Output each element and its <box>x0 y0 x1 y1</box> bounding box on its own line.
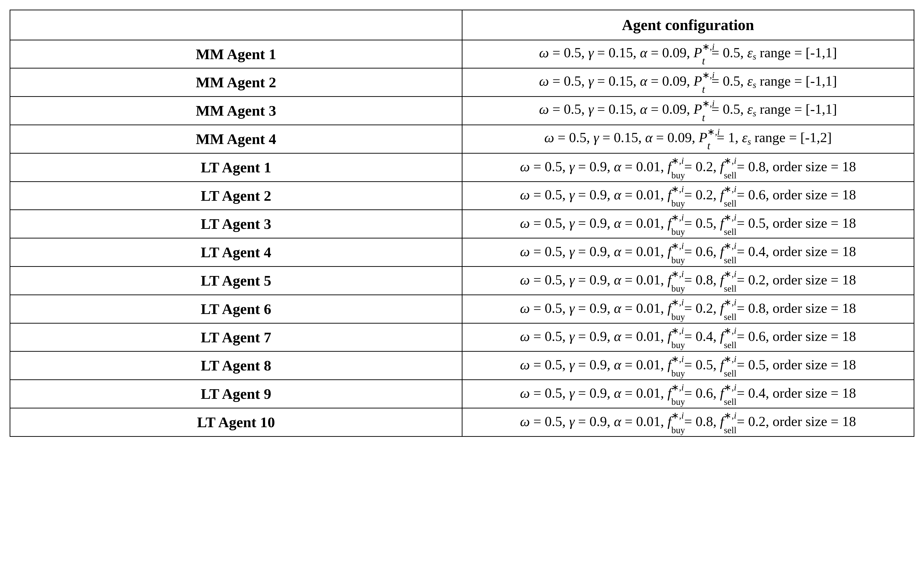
gamma-val: 0.9 <box>590 187 607 202</box>
agent-config: ω = 0.5, γ = 0.9, α = 0.01, f∗,ibuy = 0.… <box>462 323 914 351</box>
fbuy-val: 0.5 <box>696 357 713 372</box>
p-val: 0.5 <box>723 45 740 60</box>
table-row: MM Agent 2ω = 0.5, γ = 0.15, α = 0.09, P… <box>10 68 914 97</box>
eps-range-val: [-1,2] <box>800 130 832 145</box>
agent-label: MM Agent 3 <box>10 97 462 125</box>
fsell-val: 0.8 <box>748 159 766 174</box>
order-size-label: order size <box>773 385 827 401</box>
range-label: range <box>759 45 791 60</box>
alpha-val: 0.01 <box>636 187 661 202</box>
fsell-val: 0.5 <box>748 215 766 231</box>
omega-val: 0.5 <box>569 130 587 145</box>
agent-config-table: Agent configuration MM Agent 1ω = 0.5, γ… <box>10 10 914 437</box>
eps-range-val: [-1,1] <box>806 101 837 117</box>
table-row: LT Agent 8ω = 0.5, γ = 0.9, α = 0.01, f∗… <box>10 351 914 380</box>
p-val: 0.5 <box>723 73 740 89</box>
header-blank <box>10 10 462 40</box>
fsell-val: 0.6 <box>748 328 766 344</box>
fsell-val: 0.2 <box>748 414 766 429</box>
table-row: MM Agent 4ω = 0.5, γ = 0.15, α = 0.09, P… <box>10 125 914 153</box>
table-row: MM Agent 1ω = 0.5, γ = 0.15, α = 0.09, P… <box>10 40 914 68</box>
table-row: LT Agent 1ω = 0.5, γ = 0.9, α = 0.01, f∗… <box>10 153 914 181</box>
table-row: LT Agent 5ω = 0.5, γ = 0.9, α = 0.01, f∗… <box>10 267 914 295</box>
fbuy-val: 0.6 <box>696 244 713 259</box>
order-size-val: 18 <box>842 385 856 401</box>
order-size-val: 18 <box>842 357 856 372</box>
order-size-label: order size <box>773 300 827 316</box>
gamma-val: 0.9 <box>590 328 607 344</box>
alpha-val: 0.09 <box>662 101 687 117</box>
agent-config: ω = 0.5, γ = 0.9, α = 0.01, f∗,ibuy = 0.… <box>462 153 914 181</box>
agent-config: ω = 0.5, γ = 0.15, α = 0.09, P∗,it = 0.5… <box>462 68 914 97</box>
fbuy-val: 0.8 <box>696 272 713 288</box>
agent-label: LT Agent 7 <box>10 323 462 351</box>
agent-label: LT Agent 9 <box>10 380 462 408</box>
gamma-val: 0.9 <box>590 244 607 259</box>
omega-val: 0.5 <box>545 244 562 259</box>
agent-config: ω = 0.5, γ = 0.9, α = 0.01, f∗,ibuy = 0.… <box>462 181 914 210</box>
omega-val: 0.5 <box>545 272 562 288</box>
alpha-val: 0.01 <box>636 244 661 259</box>
p-val: 1 <box>728 130 735 145</box>
alpha-val: 0.01 <box>636 272 661 288</box>
fbuy-val: 0.2 <box>696 300 713 316</box>
fbuy-val: 0.2 <box>696 159 713 174</box>
table-row: LT Agent 3ω = 0.5, γ = 0.9, α = 0.01, f∗… <box>10 210 914 238</box>
alpha-val: 0.01 <box>636 159 661 174</box>
agent-config: ω = 0.5, γ = 0.9, α = 0.01, f∗,ibuy = 0.… <box>462 351 914 380</box>
table-row: LT Agent 2ω = 0.5, γ = 0.9, α = 0.01, f∗… <box>10 181 914 210</box>
agent-config: ω = 0.5, γ = 0.9, α = 0.01, f∗,ibuy = 0.… <box>462 408 914 436</box>
agent-label: LT Agent 8 <box>10 351 462 380</box>
alpha-val: 0.01 <box>636 414 661 429</box>
omega-val: 0.5 <box>545 300 562 316</box>
agent-config: ω = 0.5, γ = 0.9, α = 0.01, f∗,ibuy = 0.… <box>462 380 914 408</box>
omega-val: 0.5 <box>564 73 581 89</box>
range-label: range <box>759 101 791 117</box>
omega-val: 0.5 <box>564 45 581 60</box>
gamma-val: 0.15 <box>609 73 633 89</box>
agent-label: MM Agent 1 <box>10 40 462 68</box>
order-size-label: order size <box>773 328 827 344</box>
alpha-val: 0.01 <box>636 215 661 231</box>
agent-label: MM Agent 2 <box>10 68 462 97</box>
table-row: LT Agent 10ω = 0.5, γ = 0.9, α = 0.01, f… <box>10 408 914 436</box>
agent-label: LT Agent 6 <box>10 295 462 323</box>
order-size-label: order size <box>773 272 827 288</box>
alpha-val: 0.09 <box>662 45 687 60</box>
table-row: LT Agent 6ω = 0.5, γ = 0.9, α = 0.01, f∗… <box>10 295 914 323</box>
order-size-label: order size <box>773 244 827 259</box>
gamma-val: 0.9 <box>590 385 607 401</box>
gamma-val: 0.9 <box>590 300 607 316</box>
agent-label: LT Agent 10 <box>10 408 462 436</box>
fbuy-val: 0.2 <box>696 187 713 202</box>
order-size-val: 18 <box>842 272 856 288</box>
alpha-val: 0.01 <box>636 357 661 372</box>
table-row: LT Agent 7ω = 0.5, γ = 0.9, α = 0.01, f∗… <box>10 323 914 351</box>
gamma-val: 0.15 <box>614 130 638 145</box>
alpha-val: 0.01 <box>636 328 661 344</box>
p-val: 0.5 <box>723 101 740 117</box>
header-config: Agent configuration <box>462 10 914 40</box>
table-row: LT Agent 4ω = 0.5, γ = 0.9, α = 0.01, f∗… <box>10 238 914 267</box>
omega-val: 0.5 <box>564 101 581 117</box>
order-size-val: 18 <box>842 414 856 429</box>
agent-config: ω = 0.5, γ = 0.15, α = 0.09, P∗,it = 0.5… <box>462 40 914 68</box>
agent-config: ω = 0.5, γ = 0.15, α = 0.09, P∗,it = 0.5… <box>462 97 914 125</box>
order-size-val: 18 <box>842 300 856 316</box>
fbuy-val: 0.5 <box>696 215 713 231</box>
order-size-val: 18 <box>842 328 856 344</box>
fsell-val: 0.4 <box>748 244 766 259</box>
order-size-label: order size <box>773 215 827 231</box>
gamma-val: 0.9 <box>590 159 607 174</box>
fsell-val: 0.4 <box>748 385 766 401</box>
eps-range-val: [-1,1] <box>806 45 837 60</box>
agent-label: LT Agent 4 <box>10 238 462 267</box>
omega-val: 0.5 <box>545 385 562 401</box>
agent-config: ω = 0.5, γ = 0.9, α = 0.01, f∗,ibuy = 0.… <box>462 295 914 323</box>
omega-val: 0.5 <box>545 215 562 231</box>
omega-val: 0.5 <box>545 414 562 429</box>
fbuy-val: 0.8 <box>696 414 713 429</box>
omega-val: 0.5 <box>545 328 562 344</box>
fsell-val: 0.5 <box>748 357 766 372</box>
order-size-label: order size <box>773 187 827 202</box>
